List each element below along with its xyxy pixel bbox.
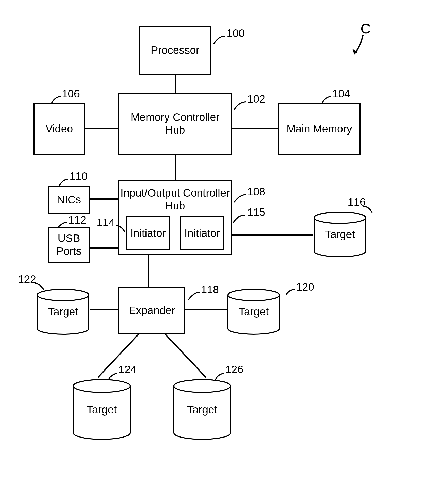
nics-label: NICs: [57, 193, 81, 206]
target122-label: Target: [48, 306, 78, 318]
hook-icon: [49, 94, 62, 106]
target116-label: Target: [325, 228, 355, 241]
connector-line: [85, 128, 118, 129]
target122-block: Target: [36, 289, 90, 335]
svg-point-6: [228, 289, 279, 301]
svg-point-2: [314, 212, 366, 223]
expander-block: Expander: [118, 287, 185, 334]
video-label: Video: [46, 122, 73, 135]
main-memory-ref: 104: [332, 88, 350, 100]
target126-ref: 126: [225, 363, 243, 376]
connector-line: [175, 75, 176, 93]
usb-block: USB Ports: [48, 227, 90, 263]
initiator1-block: Initiator: [126, 216, 170, 250]
connector-line: [232, 128, 278, 129]
connector-line: [148, 255, 149, 287]
connector-line: [90, 309, 118, 310]
hook-icon: [185, 290, 201, 303]
mch-label: Memory Controller Hub: [131, 111, 219, 137]
video-ref: 106: [62, 88, 80, 100]
hook-icon: [283, 287, 296, 298]
ioch-ref: 108: [247, 186, 265, 198]
processor-label: Processor: [151, 44, 199, 57]
target116-block: Target: [313, 211, 367, 258]
initiator1-ref: 114: [97, 216, 115, 229]
usb-label: USB Ports: [56, 232, 81, 258]
target120-ref: 120: [296, 281, 314, 293]
expander-label: Expander: [129, 304, 175, 317]
hook-icon: [211, 33, 227, 46]
initiator2-ref: 115: [247, 206, 265, 219]
connector-line: [90, 198, 118, 200]
initiator2-block: Initiator: [180, 216, 224, 250]
hook-icon: [55, 220, 68, 231]
expander-ref: 118: [201, 283, 219, 296]
target124-label: Target: [87, 404, 117, 416]
usb-ref: 112: [68, 214, 86, 226]
hook-icon: [115, 223, 127, 234]
svg-line-8: [165, 334, 206, 377]
main-memory-label: Main Memory: [287, 122, 352, 135]
processor-ref: 100: [227, 27, 245, 39]
ioch-label: Input/Output Controller Hub: [121, 187, 230, 213]
initiator1-label: Initiator: [130, 227, 166, 240]
mch-block: Memory Controller Hub: [118, 93, 232, 155]
target124-block: Target: [72, 379, 131, 441]
target120-label: Target: [239, 306, 269, 318]
hook-icon: [230, 213, 246, 225]
hook-icon: [212, 371, 225, 383]
hook-icon: [319, 94, 332, 106]
initiator2-label: Initiator: [184, 227, 220, 240]
nics-block: NICs: [48, 186, 90, 214]
hook-icon: [106, 371, 118, 383]
target126-block: Target: [173, 379, 232, 441]
nics-ref: 110: [70, 170, 88, 182]
connector-line: [185, 309, 227, 310]
hook-icon: [362, 204, 375, 215]
svg-point-10: [73, 380, 130, 392]
target124-ref: 124: [118, 363, 136, 376]
video-block: Video: [33, 103, 85, 155]
target120-block: Target: [227, 289, 281, 335]
target126-label: Target: [187, 404, 217, 416]
hook-icon: [33, 281, 46, 292]
hook-icon: [232, 99, 247, 112]
system-arrow-icon: [348, 33, 368, 59]
connector-line: [162, 334, 209, 380]
hook-icon: [232, 192, 247, 205]
connector-line: [175, 155, 176, 180]
main-memory-block: Main Memory: [278, 103, 361, 155]
connector-line: [90, 247, 118, 249]
processor-block: Processor: [139, 26, 211, 75]
connector-line: [232, 234, 313, 236]
hook-icon: [57, 177, 70, 188]
mch-ref: 102: [247, 93, 265, 105]
